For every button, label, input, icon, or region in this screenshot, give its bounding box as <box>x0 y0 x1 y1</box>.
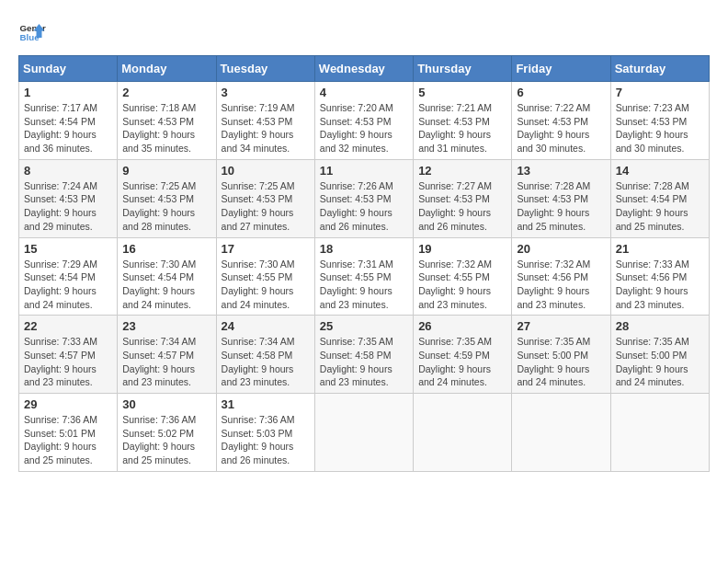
day-info: Sunrise: 7:30 AM Sunset: 4:55 PM Dayligh… <box>222 258 310 312</box>
calendar-cell: 1 Sunrise: 7:17 AM Sunset: 4:54 PM Dayli… <box>19 82 118 160</box>
sunset-text: Sunset: 5:00 PM <box>616 350 688 361</box>
daylight-text: Daylight: 9 hours and 23 minutes. <box>517 285 589 310</box>
daylight-text: Daylight: 9 hours and 27 minutes. <box>222 207 294 232</box>
day-number: 2 <box>122 86 210 99</box>
logo: General Blue <box>18 18 46 46</box>
day-number: 30 <box>122 397 210 411</box>
day-of-week-header: Thursday <box>414 56 512 82</box>
calendar-week-row: 15 Sunrise: 7:29 AM Sunset: 4:54 PM Dayl… <box>19 237 710 316</box>
day-info: Sunrise: 7:33 AM Sunset: 4:56 PM Dayligh… <box>616 258 704 312</box>
calendar-cell: 14 Sunrise: 7:28 AM Sunset: 4:54 PM Dayl… <box>610 159 709 237</box>
day-number: 24 <box>222 319 310 333</box>
calendar-week-row: 8 Sunrise: 7:24 AM Sunset: 4:53 PM Dayli… <box>19 159 710 237</box>
sunset-text: Sunset: 5:00 PM <box>517 350 588 361</box>
calendar-cell: 12 Sunrise: 7:27 AM Sunset: 4:53 PM Dayl… <box>414 159 512 237</box>
header: General Blue <box>18 18 710 46</box>
day-info: Sunrise: 7:25 AM Sunset: 4:53 PM Dayligh… <box>122 179 210 234</box>
sunrise-text: Sunrise: 7:22 AM <box>517 102 590 113</box>
sunrise-text: Sunrise: 7:25 AM <box>122 180 196 191</box>
day-info: Sunrise: 7:25 AM Sunset: 4:53 PM Dayligh… <box>222 179 310 234</box>
calendar-cell: 9 Sunrise: 7:25 AM Sunset: 4:53 PM Dayli… <box>118 159 216 237</box>
sunrise-text: Sunrise: 7:36 AM <box>222 414 295 425</box>
sunset-text: Sunset: 4:54 PM <box>616 193 688 204</box>
daylight-text: Daylight: 9 hours and 24 minutes. <box>517 363 589 388</box>
day-info: Sunrise: 7:34 AM Sunset: 4:57 PM Dayligh… <box>122 335 210 389</box>
calendar-cell: 25 Sunrise: 7:35 AM Sunset: 4:58 PM Dayl… <box>314 316 413 394</box>
sunset-text: Sunset: 4:53 PM <box>222 116 293 127</box>
sunset-text: Sunset: 4:55 PM <box>418 271 490 282</box>
daylight-text: Daylight: 9 hours and 36 minutes. <box>24 129 97 154</box>
day-number: 23 <box>122 319 210 333</box>
daylight-text: Daylight: 9 hours and 29 minutes. <box>24 207 97 232</box>
day-number: 15 <box>24 242 112 256</box>
day-number: 5 <box>418 86 506 99</box>
calendar-header-row: SundayMondayTuesdayWednesdayThursdayFrid… <box>19 56 710 82</box>
calendar-cell: 17 Sunrise: 7:30 AM Sunset: 4:55 PM Dayl… <box>216 237 314 316</box>
day-number: 4 <box>320 86 408 99</box>
sunrise-text: Sunrise: 7:35 AM <box>320 336 393 347</box>
sunrise-text: Sunrise: 7:32 AM <box>418 259 492 270</box>
calendar-cell: 21 Sunrise: 7:33 AM Sunset: 4:56 PM Dayl… <box>610 237 709 316</box>
day-info: Sunrise: 7:23 AM Sunset: 4:53 PM Dayligh… <box>616 101 704 155</box>
day-of-week-header: Tuesday <box>216 56 314 82</box>
sunrise-text: Sunrise: 7:24 AM <box>24 180 97 191</box>
sunrise-text: Sunrise: 7:20 AM <box>320 102 393 113</box>
daylight-text: Daylight: 9 hours and 23 minutes. <box>122 363 195 388</box>
day-number: 11 <box>320 164 408 178</box>
sunset-text: Sunset: 4:57 PM <box>24 350 96 361</box>
calendar-cell: 26 Sunrise: 7:35 AM Sunset: 4:59 PM Dayl… <box>414 316 512 394</box>
sunset-text: Sunset: 4:59 PM <box>418 350 490 361</box>
logo-icon: General Blue <box>18 18 46 46</box>
day-number: 10 <box>222 164 310 178</box>
daylight-text: Daylight: 9 hours and 25 minutes. <box>24 441 97 465</box>
day-info: Sunrise: 7:28 AM Sunset: 4:53 PM Dayligh… <box>517 179 605 234</box>
daylight-text: Daylight: 9 hours and 23 minutes. <box>320 285 392 310</box>
sunrise-text: Sunrise: 7:30 AM <box>222 259 295 270</box>
day-number: 21 <box>616 242 704 256</box>
daylight-text: Daylight: 9 hours and 26 minutes. <box>320 207 392 232</box>
day-of-week-header: Friday <box>512 56 610 82</box>
sunset-text: Sunset: 4:55 PM <box>222 271 293 282</box>
calendar-cell: 29 Sunrise: 7:36 AM Sunset: 5:01 PM Dayl… <box>19 394 118 472</box>
calendar-cell: 10 Sunrise: 7:25 AM Sunset: 4:53 PM Dayl… <box>216 159 314 237</box>
sunset-text: Sunset: 5:01 PM <box>24 428 96 439</box>
day-number: 3 <box>222 86 310 99</box>
day-number: 31 <box>222 397 310 411</box>
sunrise-text: Sunrise: 7:33 AM <box>616 259 689 270</box>
sunset-text: Sunset: 4:56 PM <box>616 271 688 282</box>
sunrise-text: Sunrise: 7:26 AM <box>320 180 393 191</box>
daylight-text: Daylight: 9 hours and 24 minutes. <box>418 363 491 388</box>
sunset-text: Sunset: 4:54 PM <box>24 271 96 282</box>
daylight-text: Daylight: 9 hours and 30 minutes. <box>616 129 688 154</box>
day-info: Sunrise: 7:35 AM Sunset: 4:58 PM Dayligh… <box>320 335 408 389</box>
day-number: 29 <box>24 397 112 411</box>
sunrise-text: Sunrise: 7:36 AM <box>122 414 196 425</box>
day-number: 16 <box>122 242 210 256</box>
calendar-week-row: 29 Sunrise: 7:36 AM Sunset: 5:01 PM Dayl… <box>19 394 710 472</box>
day-info: Sunrise: 7:36 AM Sunset: 5:01 PM Dayligh… <box>24 413 112 467</box>
day-info: Sunrise: 7:21 AM Sunset: 4:53 PM Dayligh… <box>418 101 506 155</box>
sunrise-text: Sunrise: 7:19 AM <box>222 102 295 113</box>
sunrise-text: Sunrise: 7:30 AM <box>122 259 196 270</box>
calendar-cell: 19 Sunrise: 7:32 AM Sunset: 4:55 PM Dayl… <box>414 237 512 316</box>
sunrise-text: Sunrise: 7:18 AM <box>122 102 196 113</box>
daylight-text: Daylight: 9 hours and 23 minutes. <box>24 363 97 388</box>
sunset-text: Sunset: 4:53 PM <box>517 193 588 204</box>
sunset-text: Sunset: 4:53 PM <box>122 116 194 127</box>
day-info: Sunrise: 7:35 AM Sunset: 4:59 PM Dayligh… <box>418 335 506 389</box>
day-number: 19 <box>418 242 506 256</box>
daylight-text: Daylight: 9 hours and 23 minutes. <box>418 285 491 310</box>
sunrise-text: Sunrise: 7:32 AM <box>517 259 590 270</box>
day-number: 17 <box>222 242 310 256</box>
day-info: Sunrise: 7:36 AM Sunset: 5:02 PM Dayligh… <box>122 413 210 467</box>
calendar-cell: 3 Sunrise: 7:19 AM Sunset: 4:53 PM Dayli… <box>216 82 314 160</box>
calendar-cell: 24 Sunrise: 7:34 AM Sunset: 4:58 PM Dayl… <box>216 316 314 394</box>
day-number: 26 <box>418 319 506 333</box>
day-of-week-header: Wednesday <box>314 56 413 82</box>
day-number: 22 <box>24 319 112 333</box>
sunset-text: Sunset: 4:53 PM <box>418 116 490 127</box>
sunrise-text: Sunrise: 7:31 AM <box>320 259 393 270</box>
sunrise-text: Sunrise: 7:35 AM <box>517 336 590 347</box>
sunrise-text: Sunrise: 7:25 AM <box>222 180 295 191</box>
day-info: Sunrise: 7:22 AM Sunset: 4:53 PM Dayligh… <box>517 101 605 155</box>
